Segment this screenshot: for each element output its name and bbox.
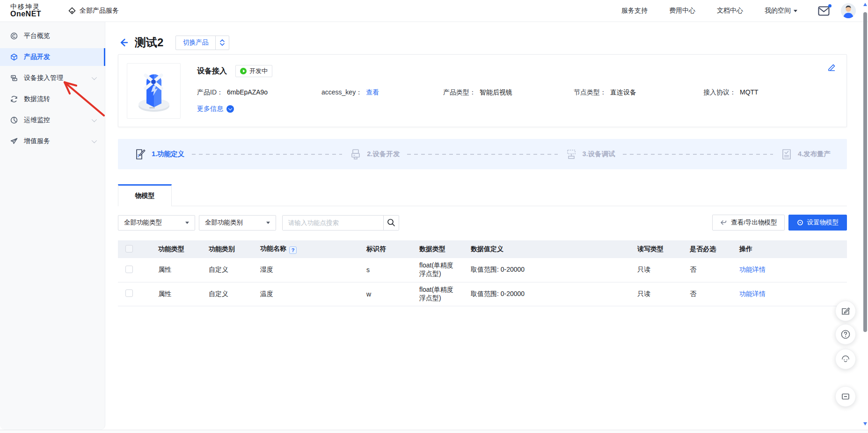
step-release-production[interactable]: 4.发布量产 [780,148,831,160]
function-detail-link[interactable]: 功能详情 [739,290,766,297]
nav-service-support[interactable]: 服务支持 [621,7,648,15]
ops-monitoring-icon [10,116,18,124]
minus-box-icon [841,392,850,401]
tab-bar: 物模型 [118,184,847,206]
view-access-key-link[interactable]: 查看 [366,88,379,97]
tab-thing-model[interactable]: 物模型 [118,184,172,206]
back-button[interactable] [118,37,129,48]
logo-en: OneNET [10,10,55,18]
fab-collapse-button[interactable] [835,386,856,407]
field-node-type: 节点类型： 直连设备 [574,88,703,97]
help-icon[interactable]: ? [289,246,297,254]
mail-button[interactable] [818,6,830,16]
vertical-scrollbar [862,0,868,433]
table-row: 属性 自定义 湿度 s float(单精度浮点型) 取值范围: 0-20000 … [118,258,847,282]
scrollbar-thumb[interactable] [863,12,867,332]
nav-billing-center[interactable]: 费用中心 [669,7,695,15]
product-info: 设备接入 开发中 产品ID： 6mbEpAZA9o access_key： 查看 [197,63,838,118]
sidebar-item-data-flow[interactable]: 数据流转 [0,90,105,108]
top-nav: 服务支持 费用中心 文档中心 我的空间 [621,7,797,15]
product-title-row: 设备接入 开发中 [197,65,838,77]
function-category-select[interactable]: 全部功能类别 [199,215,276,231]
nav-my-space[interactable]: 我的空间 [765,7,797,15]
scroll-up-arrow[interactable] [863,3,867,6]
field-protocol: 接入协议： MQTT [703,88,759,97]
table-header-row: 功能类型 功能类别 功能名称? 标识符 数据类型 数据值定义 读写类型 是否必选… [118,240,847,258]
swap-vertical-icon[interactable] [215,36,229,50]
search-button[interactable] [383,216,399,230]
field-access-key: access_key： 查看 [321,88,443,97]
filter-toolbar: 全部功能类型 全部功能类别 查看/导出物模型 设置物模型 [118,215,847,231]
row-checkbox[interactable] [125,266,133,273]
notification-dot [828,4,832,7]
nav-doc-center[interactable]: 文档中心 [717,7,743,15]
page-title: 测试2 [135,35,163,50]
fab-edit-button[interactable] [835,301,856,321]
chevron-down-icon [92,75,97,80]
search-icon [387,218,395,227]
step-device-debugging[interactable]: 3.设备调试 [565,148,615,160]
logo-cn: 中移坤灵 [10,3,55,10]
pencil-icon [827,63,836,72]
col-value-definition: 数据值定义 [463,240,630,258]
sidebar-item-product-development[interactable]: 产品开发 [0,48,105,66]
status-label: 开发中 [249,67,268,75]
row-checkbox[interactable] [125,289,133,297]
mail-icon [818,6,830,16]
device-debugging-icon [565,148,577,160]
step-connector [623,154,773,155]
chevron-down-circle-icon [226,105,234,113]
view-export-model-button[interactable]: 查看/导出物模型 [712,215,784,231]
function-type-select[interactable]: 全部功能类型 [118,215,195,231]
field-product-type: 产品类型： 智能后视镜 [443,88,574,97]
product-name: 设备接入 [197,66,227,76]
chevron-down-icon [92,117,97,122]
field-product-id: 产品ID： 6mbEpAZA9o [197,88,321,97]
question-icon [840,329,851,339]
edit-square-icon [841,306,850,316]
step-connector [407,154,557,155]
avatar-image [841,3,856,18]
function-definition-icon [134,148,146,160]
select-all-checkbox[interactable] [125,245,133,253]
device-development-icon [350,148,362,160]
chevron-down-icon [185,222,189,224]
col-function-type: 功能类型 [151,240,201,258]
switch-product-button[interactable]: 切换产品 [175,36,229,50]
col-identifier: 标识符 [359,240,412,258]
search-group [282,215,399,231]
diamond-icon [68,7,76,14]
fab-support-button[interactable] [835,349,856,369]
gear-icon [797,219,803,226]
bottom-edge [0,430,868,433]
customer-service-icon [840,354,851,364]
function-detail-link[interactable]: 功能详情 [739,266,766,273]
avatar[interactable] [841,3,856,18]
col-function-name: 功能名称? [253,240,359,258]
step-connector [192,154,342,155]
main-content: 测试2 切换产品 [105,22,868,430]
chevron-down-icon [794,10,797,12]
more-info-link[interactable]: 更多信息 [197,105,838,113]
col-required: 是否必选 [682,240,732,258]
table-row: 属性 自定义 温度 w float(单精度浮点型) 取值范围: 0-20000 … [118,282,847,306]
sidebar-item-ops-monitoring[interactable]: 运维监控 [0,111,105,129]
sidebar-item-device-access-management[interactable]: 设备接入管理 [0,69,105,87]
chevron-down-icon [266,222,270,224]
step-device-development[interactable]: 2.设备开发 [350,148,400,160]
export-icon [720,219,727,226]
col-function-category: 功能类别 [201,240,253,258]
switch-product-label: 切换产品 [176,36,215,50]
edit-product-button[interactable] [827,63,836,74]
all-product-services[interactable]: 全部产品服务 [68,7,119,15]
back-arrow-icon [118,37,129,48]
set-thing-model-button[interactable]: 设置物模型 [788,215,847,231]
fab-help-button[interactable] [835,324,856,345]
sidebar-item-platform-overview[interactable]: 平台概览 [0,27,105,45]
search-input[interactable] [283,216,383,230]
platform-overview-icon [10,32,18,40]
sidebar-item-value-added-services[interactable]: 增值服务 [0,132,105,150]
step-function-definition[interactable]: 1.功能定义 [134,148,184,160]
scroll-down-arrow[interactable] [863,422,867,426]
col-data-type: 数据类型 [412,240,463,258]
